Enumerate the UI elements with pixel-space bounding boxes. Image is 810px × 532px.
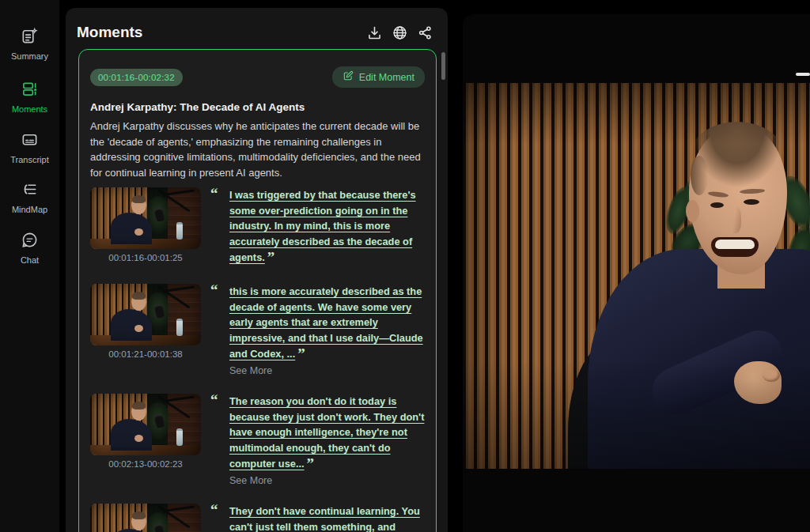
video-frame (463, 83, 810, 469)
close-quote-mark: ” (267, 249, 275, 266)
globe-icon[interactable] (392, 25, 408, 41)
panel-header: Moments (66, 8, 448, 49)
sidebar: Summary Moments Transcript (0, 0, 59, 532)
moment-time-badge: 00:01:16-00:02:32 (90, 69, 183, 86)
quote-thumbnail[interactable] (90, 504, 201, 532)
sidebar-item-transcript[interactable]: Transcript (0, 130, 59, 164)
video-player[interactable] (463, 14, 810, 532)
see-more-link[interactable]: See More (210, 365, 425, 376)
quote-timestamp: 00:01:21-00:01:38 (90, 349, 201, 359)
moment-title: Andrej Karpathy: The Decade of AI Agents (90, 101, 425, 113)
quote-thumbnail[interactable] (90, 284, 201, 345)
quote-link[interactable]: I was triggered by that because there's … (229, 189, 416, 263)
video-edge-highlight (796, 73, 810, 76)
panel-scrollbar[interactable] (441, 52, 445, 80)
quote-link[interactable]: They don't have continual learning. You … (229, 505, 420, 532)
open-quote-mark: “ (210, 281, 218, 299)
mindmap-icon (21, 187, 39, 201)
transcript-icon (21, 138, 39, 151)
quote-timestamp: 00:01:16-00:01:25 (90, 253, 201, 262)
edit-moment-label: Edit Moment (359, 72, 414, 83)
sidebar-item-label: MindMap (0, 205, 59, 214)
edit-pencil-icon (343, 70, 354, 84)
sidebar-item-chat[interactable]: Chat (0, 231, 59, 265)
quote-row: 00:02:13-00:02:23 “The reason you don't … (90, 394, 425, 486)
quote-link[interactable]: this is more accurately described as the… (229, 285, 423, 360)
see-more-link[interactable]: See More (210, 475, 425, 486)
download-icon[interactable] (366, 25, 383, 41)
sidebar-item-label: Chat (0, 255, 59, 265)
open-quote-mark: “ (210, 185, 218, 202)
moment-card: 00:01:16-00:02:32 Edit Moment Andrej Kar… (78, 49, 437, 532)
quote-row: 00:01:21-00:01:38 “this is more accurate… (90, 284, 425, 376)
chat-icon (21, 238, 39, 251)
summary-icon (21, 34, 39, 47)
app-window: Summary Moments Transcript (0, 0, 810, 532)
sidebar-item-label: Transcript (0, 155, 59, 164)
quote-timestamp: 00:02:13-00:02:23 (90, 459, 201, 469)
quote-row: 00:01:16-00:01:25 “I was triggered by th… (90, 187, 425, 266)
panel-title: Moments (77, 24, 366, 41)
close-quote-mark: ” (297, 345, 305, 362)
sidebar-item-mindmap[interactable]: MindMap (0, 180, 59, 214)
share-icon[interactable] (417, 25, 433, 41)
quote-list: 00:01:16-00:01:25 “I was triggered by th… (90, 187, 425, 532)
quote-thumbnail[interactable] (90, 187, 201, 249)
sidebar-item-label: Moments (0, 104, 59, 114)
quote-thumbnail[interactable] (90, 394, 201, 455)
panel-toolbar (366, 25, 433, 41)
moments-icon (21, 87, 39, 100)
moment-description: Andrej Karpathy discusses why he anticip… (90, 119, 425, 180)
moments-panel: Moments (66, 8, 448, 532)
edit-moment-button[interactable]: Edit Moment (332, 66, 425, 88)
open-quote-mark: “ (210, 391, 218, 409)
sidebar-item-label: Summary (0, 51, 59, 61)
close-quote-mark: ” (307, 455, 315, 472)
quote-link[interactable]: The reason you don't do it today is beca… (229, 395, 424, 470)
open-quote-mark: “ (210, 501, 218, 519)
quote-row: “They don't have continual learning. You… (90, 504, 425, 532)
sidebar-item-summary[interactable]: Summary (0, 27, 59, 61)
sidebar-item-moments[interactable]: Moments (0, 80, 59, 114)
